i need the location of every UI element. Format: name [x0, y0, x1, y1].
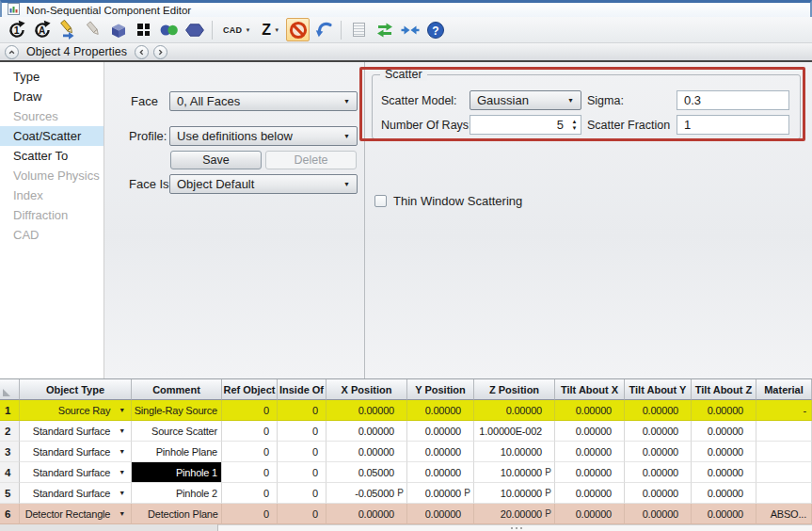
thin-window-checkbox[interactable] [374, 195, 387, 207]
x-position-cell[interactable]: 0.05000 [326, 462, 407, 483]
sidebar-item-type[interactable]: Type [0, 67, 103, 87]
row-number[interactable]: 5 [0, 483, 20, 504]
sidebar-item-draw[interactable]: Draw [0, 87, 103, 106]
undo-arrow-button[interactable] [311, 18, 335, 41]
swap-rows-button[interactable] [373, 18, 396, 41]
x-position-cell[interactable]: 0.00000 [326, 442, 407, 462]
comment-cell[interactable]: Pinhole 2 [132, 483, 222, 504]
rotate-object-button[interactable]: 1 [5, 18, 28, 41]
horizontal-scrollbar[interactable] [218, 524, 812, 531]
comment-cell[interactable]: Single-Ray Source [132, 400, 222, 421]
previous-object-button[interactable] [135, 45, 149, 59]
cad-dropdown-button[interactable]: CAD ▼ [218, 18, 255, 41]
tilt-x-cell[interactable]: 0.00000 [555, 462, 625, 483]
comment-cell[interactable]: Detection Plane [132, 504, 222, 524]
x-position-cell[interactable]: 0.00000 [326, 421, 407, 442]
y-position-cell[interactable]: 0.00000 [407, 462, 474, 483]
tilt-y-cell[interactable]: 0.00000 [625, 462, 692, 483]
comment-cell-selected[interactable]: Pinhole 1 [132, 462, 222, 483]
polygon-button[interactable] [183, 18, 206, 41]
z-position-cell[interactable]: 10.00000 [474, 442, 555, 462]
tilt-y-cell[interactable]: 0.00000 [625, 421, 692, 442]
ref-object-cell[interactable]: 0 [222, 421, 278, 442]
tilt-z-cell[interactable]: 0.00000 [692, 504, 756, 524]
row-number[interactable]: 1 [0, 400, 20, 421]
collapse-panel-button[interactable] [5, 45, 19, 59]
inside-of-cell[interactable]: 0 [278, 462, 326, 483]
fit-width-button[interactable] [398, 18, 422, 41]
material-cell[interactable]: ABSO... [756, 504, 812, 524]
y-position-cell[interactable]: 0.00000 [407, 421, 474, 442]
grid-view-button[interactable] [132, 18, 155, 41]
sidebar-item-coat-scatter[interactable]: Coat/Scatter [0, 126, 103, 146]
x-position-cell[interactable]: 0.00000 [326, 400, 407, 421]
tilt-y-cell[interactable]: 0.00000 [625, 504, 692, 524]
edit-pencil-button[interactable] [56, 18, 79, 41]
circles-button[interactable] [157, 18, 181, 41]
row-number[interactable]: 6 [0, 504, 20, 524]
face-is-select[interactable]: Object Default ▼ [169, 174, 358, 194]
tilt-x-cell[interactable]: 0.00000 [555, 421, 625, 442]
y-position-cell[interactable]: 0.00000 [407, 442, 474, 462]
tilt-y-cell[interactable]: 0.00000 [625, 483, 692, 504]
x-position-cell[interactable]: 0.00000 [326, 504, 407, 524]
tilt-z-cell[interactable]: 0.00000 [692, 421, 756, 442]
row-number[interactable]: 3 [0, 442, 20, 462]
save-button[interactable]: Save [170, 151, 262, 169]
z-position-cell[interactable]: 20.00000P [474, 504, 555, 524]
material-cell[interactable] [756, 483, 812, 504]
y-position-cell[interactable]: 0.00000P [407, 483, 474, 504]
tilt-z-cell[interactable]: 0.00000 [692, 462, 756, 483]
profile-select[interactable]: Use definitions below ▼ [169, 126, 358, 146]
inside-of-cell[interactable]: 0 [278, 442, 326, 462]
splitter-area[interactable] [0, 524, 218, 531]
object-type-dropdown[interactable]: Standard Surface▼ [20, 483, 132, 504]
ref-object-cell[interactable]: 0 [222, 483, 278, 504]
comment-cell[interactable]: Pinhole Plane [132, 442, 222, 462]
tilt-x-cell[interactable]: 0.00000 [555, 442, 625, 462]
rotate-all-button[interactable]: A [30, 18, 54, 41]
select-all-corner[interactable] [0, 379, 20, 400]
tilt-x-cell[interactable]: 0.00000 [555, 504, 625, 524]
inside-of-cell[interactable]: 0 [278, 421, 326, 442]
material-cell[interactable]: - [756, 400, 812, 421]
object-type-dropdown[interactable]: Standard Surface▼ [20, 421, 132, 442]
cube-object-button[interactable] [106, 18, 130, 41]
z-position-cell[interactable]: 1.00000E-002 [474, 421, 555, 442]
inside-of-cell[interactable]: 0 [278, 504, 326, 524]
z-position-cell[interactable]: 0.00000 [474, 400, 555, 421]
ref-object-cell[interactable]: 0 [222, 442, 278, 462]
ref-object-cell[interactable]: 0 [222, 504, 278, 524]
material-cell[interactable] [756, 462, 812, 483]
tilt-z-cell[interactable]: 0.00000 [692, 400, 756, 421]
no-draw-toggle-button[interactable] [286, 18, 310, 41]
object-type-dropdown[interactable]: Standard Surface▼ [20, 442, 132, 462]
tilt-y-cell[interactable]: 0.00000 [625, 400, 692, 421]
ref-object-cell[interactable]: 0 [222, 400, 278, 421]
tilt-x-cell[interactable]: 0.00000 [555, 483, 625, 504]
row-number[interactable]: 4 [0, 462, 20, 483]
tilt-z-cell[interactable]: 0.00000 [692, 483, 756, 504]
row-number[interactable]: 2 [0, 421, 20, 442]
object-type-dropdown[interactable]: Standard Surface▼ [20, 462, 132, 483]
comment-cell[interactable]: Source Scatter [132, 421, 222, 442]
z-dropdown-button[interactable]: Z ▼ [257, 18, 284, 41]
help-button[interactable]: ? [423, 18, 447, 41]
inside-of-cell[interactable]: 0 [278, 400, 326, 421]
z-position-cell[interactable]: 10.00000P [474, 462, 555, 483]
y-position-cell[interactable]: 0.00000 [407, 504, 474, 524]
face-select[interactable]: 0, All Faces ▼ [169, 91, 358, 111]
z-position-cell[interactable]: 10.00000P [474, 483, 555, 504]
object-type-dropdown[interactable]: Source Ray▼ [20, 400, 132, 421]
inside-of-cell[interactable]: 0 [278, 483, 326, 504]
material-cell[interactable] [756, 421, 812, 442]
y-position-cell[interactable]: 0.00000 [407, 400, 474, 421]
next-object-button[interactable] [153, 45, 167, 59]
sidebar-item-scatter-to[interactable]: Scatter To [0, 146, 103, 166]
tilt-x-cell[interactable]: 0.00000 [555, 400, 625, 421]
tilt-z-cell[interactable]: 0.00000 [692, 442, 756, 462]
material-cell[interactable] [756, 442, 812, 462]
tilt-y-cell[interactable]: 0.00000 [625, 442, 692, 462]
ref-object-cell[interactable]: 0 [222, 462, 278, 483]
x-position-cell[interactable]: -0.05000P [326, 483, 407, 504]
